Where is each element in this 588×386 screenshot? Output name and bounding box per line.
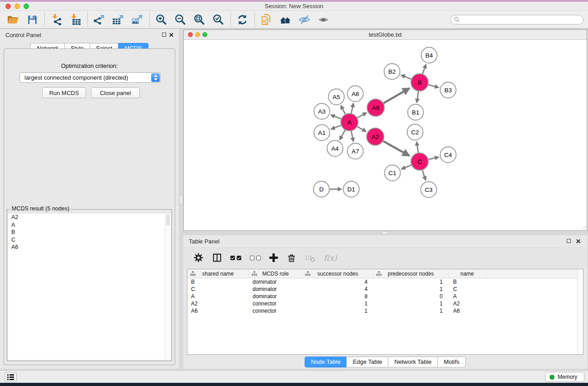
- graph-edge-A-A4[interactable]: [339, 130, 345, 140]
- graph-edge-C-C4[interactable]: [429, 157, 439, 159]
- memory-button[interactable]: Memory: [545, 372, 584, 382]
- graph-edge-B-B3[interactable]: [428, 85, 439, 87]
- home-button[interactable]: [278, 12, 292, 27]
- delete-table-button[interactable]: [305, 253, 315, 263]
- zoom-out-button[interactable]: [173, 12, 187, 27]
- result-item[interactable]: C: [8, 236, 171, 244]
- export-image-button[interactable]: [130, 12, 144, 27]
- tab-node-table[interactable]: Node Table: [305, 357, 347, 367]
- graph-edge-B-B4[interactable]: [423, 64, 426, 74]
- run-mcds-button[interactable]: Run MCDS: [42, 87, 86, 98]
- column-header-successor-nodes[interactable]: successor nodes: [302, 269, 373, 278]
- float-panel-icon[interactable]: [162, 33, 166, 37]
- task-history-button[interactable]: [5, 372, 17, 382]
- close-network-window-button[interactable]: [188, 32, 193, 37]
- table-cell[interactable]: dominator: [249, 293, 302, 300]
- result-item[interactable]: A: [8, 221, 171, 229]
- table-cell[interactable]: connector: [249, 300, 302, 307]
- unselect-all-columns-button[interactable]: [250, 256, 261, 260]
- search-input[interactable]: [462, 16, 583, 23]
- delete-column-button[interactable]: [287, 253, 296, 263]
- table-settings-button[interactable]: [193, 253, 204, 263]
- graph-edge-B-B1[interactable]: [417, 91, 418, 103]
- table-cell[interactable]: 1: [373, 286, 449, 292]
- table-cell[interactable]: connector: [249, 308, 302, 314]
- graph-edge-A-A7[interactable]: [351, 131, 354, 142]
- show-columns-button[interactable]: [212, 253, 222, 262]
- table-row[interactable]: Cdominator41C: [187, 286, 583, 293]
- table-cell[interactable]: 8: [302, 293, 373, 300]
- table-cell[interactable]: A2: [449, 300, 486, 307]
- zoom-network-window-button[interactable]: [202, 32, 207, 37]
- table-scrollbar[interactable]: [577, 269, 583, 354]
- import-network-button[interactable]: [49, 12, 63, 27]
- table-cell[interactable]: B: [449, 279, 486, 285]
- refresh-button[interactable]: [235, 12, 249, 27]
- tab-motifs[interactable]: Motifs: [437, 357, 466, 367]
- table-cell[interactable]: A: [449, 293, 486, 300]
- optimization-dropdown[interactable]: largest connected component (directed): [19, 72, 161, 83]
- graph-edge-B-B2[interactable]: [401, 75, 411, 79]
- table-cell[interactable]: 1: [373, 279, 449, 285]
- result-item[interactable]: A6: [8, 243, 171, 251]
- table-cell[interactable]: A: [187, 293, 249, 300]
- close-panel-button[interactable]: Close panel: [91, 87, 140, 98]
- table-cell[interactable]: dominator: [249, 286, 302, 292]
- table-cell[interactable]: A6: [187, 308, 249, 314]
- table-cell[interactable]: 0: [373, 293, 449, 300]
- table-row[interactable]: A6connector11A6: [187, 307, 583, 315]
- close-panel-icon[interactable]: [576, 238, 581, 243]
- table-row[interactable]: Bdominator41B: [187, 278, 583, 286]
- float-panel-icon[interactable]: [567, 239, 571, 243]
- mcds-result-list[interactable]: A2ABCA6: [8, 214, 171, 360]
- window-resize-grip[interactable]: [581, 224, 586, 230]
- graph-edge-A-A3[interactable]: [331, 115, 341, 119]
- add-column-button[interactable]: [269, 253, 278, 262]
- table-cell[interactable]: C: [187, 286, 249, 292]
- zoom-selected-button[interactable]: [211, 12, 225, 27]
- node-table[interactable]: shared nameMCDS rolesuccessor nodesprede…: [187, 269, 583, 355]
- export-network-button[interactable]: [92, 12, 106, 27]
- graph-edge-A6-B[interactable]: [383, 88, 409, 103]
- column-header-predecessor-nodes[interactable]: predecessor nodes: [373, 269, 449, 278]
- open-session-button[interactable]: [6, 12, 20, 27]
- table-cell[interactable]: A2: [187, 300, 249, 307]
- table-cell[interactable]: 4: [302, 279, 373, 285]
- hide-panel-button[interactable]: [297, 12, 311, 27]
- new-network-from-selection-button[interactable]: [259, 12, 273, 27]
- table-cell[interactable]: 1: [373, 308, 449, 314]
- horizontal-divider-grip[interactable]: [382, 231, 388, 234]
- column-header-MCDS-role[interactable]: MCDS role: [249, 269, 302, 278]
- network-window-titlebar[interactable]: testGlobe.txt: [184, 30, 587, 40]
- graph-edge-A-A2[interactable]: [357, 127, 366, 132]
- save-session-button[interactable]: [25, 12, 39, 27]
- result-item[interactable]: B: [8, 229, 171, 236]
- result-scrollbar[interactable]: [165, 214, 171, 360]
- table-cell[interactable]: A6: [449, 308, 486, 314]
- table-cell[interactable]: 1: [373, 300, 449, 307]
- zoom-window-button[interactable]: [24, 4, 29, 9]
- export-table-button[interactable]: [111, 12, 125, 27]
- graph-edge-A-A6[interactable]: [358, 113, 367, 118]
- table-row[interactable]: A2connector11A2: [187, 300, 583, 307]
- select-all-columns-button[interactable]: [230, 256, 241, 260]
- graph-edge-C-C2[interactable]: [416, 142, 418, 152]
- search-box[interactable]: [450, 15, 583, 24]
- function-builder-button[interactable]: f(x): [324, 253, 337, 262]
- panel-divider-grip[interactable]: [179, 195, 183, 205]
- table-cell[interactable]: 4: [302, 286, 373, 292]
- close-panel-icon[interactable]: [169, 32, 174, 37]
- import-table-button[interactable]: [68, 12, 82, 27]
- minimize-window-button[interactable]: [14, 4, 20, 9]
- minimize-network-window-button[interactable]: [195, 32, 200, 37]
- table-cell[interactable]: dominator: [249, 279, 302, 285]
- table-row[interactable]: Adominator80A: [187, 293, 583, 300]
- close-window-button[interactable]: [5, 4, 11, 9]
- graph-edge-C-C3[interactable]: [422, 170, 425, 181]
- scrollbar-thumb[interactable]: [166, 214, 170, 225]
- graph-edge-A-A1[interactable]: [331, 125, 341, 129]
- network-graph[interactable]: B4B2BB3A8A5A6A3B1AC2A1A2A4A7C4CC1C3DD1: [184, 40, 587, 231]
- zoom-fit-button[interactable]: [192, 12, 206, 27]
- table-cell[interactable]: B: [187, 279, 249, 285]
- show-panel-button[interactable]: [316, 12, 330, 27]
